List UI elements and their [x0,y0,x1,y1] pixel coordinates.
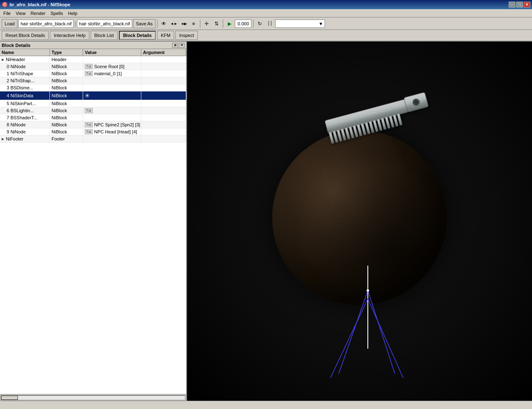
row-name-nifooter: ▶ NiFooter [0,136,50,142]
maximize-button[interactable]: □ [516,2,523,7]
status-bar [0,401,532,409]
table-row[interactable]: 1 NiTriShape NiBlock Txt material_0 [1] [0,70,186,77]
minimize-button[interactable]: ─ [509,2,515,7]
row-arg-bslightin6 [141,107,186,114]
view-left-button[interactable]: ◄▶ [179,19,188,28]
block-details-header: Block Details ⧈ ✕ [0,42,186,49]
row-value-nitrishape1: Txt material_0 [1] [83,70,141,77]
inspect-button[interactable]: Inspect [175,31,197,40]
menu-bar: File View Render Spells Help [0,9,532,17]
file-path-1[interactable]: hair slot\br_afro_black.nif [18,20,74,28]
row-type-nitrishape1: NiBlock [50,70,83,77]
row-type-niskinpart5: NiBlock [50,100,83,107]
row-type-nitrishape2: NiBlock [50,77,83,84]
viewport[interactable] [187,42,532,401]
time-display: 0.000 [235,20,251,28]
row-name-niskindata4: 4 NiSkinData [0,91,50,100]
col-name: Name [0,49,50,56]
table-row[interactable]: ▶ NiHeader Header [0,56,186,63]
file-path-2[interactable]: hair slot\br_afro_black.nif [77,20,132,28]
table-row[interactable]: 0 NiNode NiBlock Txt Scene Root [0] [0,63,186,70]
block-list-button[interactable]: Block List [91,31,118,40]
row-arg-bsdisme3 [141,84,186,91]
txt-badge: Txt [85,108,93,113]
scrollbar-track[interactable] [1,395,185,400]
sep2 [200,20,200,28]
close-button[interactable]: ✕ [524,2,530,7]
row-name-ninode9: 9 NiNode [0,128,50,135]
interactive-help-button[interactable]: Interactive Help [50,31,89,40]
panel-controls[interactable]: ⧈ ✕ [172,43,185,48]
play-icon: ▶ [228,21,232,27]
content-area: Block Details ⧈ ✕ Name Type Value Argume… [0,42,532,401]
table-row[interactable]: 6 BSLightin... NiBlock Txt [0,107,186,114]
kfm-button[interactable]: KFM [157,31,174,40]
row-value-ninode8: Txt NPC Spine2 [Spn2] [3] [83,121,141,128]
row-arg-nifooter [141,136,186,142]
table-row[interactable]: 2 NiTriShap... NiBlock [0,77,186,84]
play-button[interactable]: ▶ [225,19,234,28]
row-value-bslightin6: Txt [83,107,141,114]
block-table[interactable]: Name Type Value Argument ▶ NiHeader Head… [0,49,186,394]
row-arg-niheader [141,56,186,63]
panel-restore-button[interactable]: ⧈ [172,43,178,48]
menu-view[interactable]: View [13,10,28,17]
table-row[interactable]: 7 BSShaderT... NiBlock [0,114,186,121]
expand-arrow-icon[interactable]: ▶ [2,58,4,62]
row-name-bslightin6: 6 BSLightin... [0,107,50,114]
app-icon: 🎯 [2,2,8,7]
row-type-niheader: Header [50,56,83,63]
render-dropdown[interactable]: ▼ [275,20,325,28]
view-back-button[interactable]: ◄► [169,19,178,28]
main-toolbar: Reset Block Details Interactive Help Blo… [0,30,532,42]
row-arg-bsshadert7 [141,114,186,121]
save-as-button[interactable]: Save As [133,19,155,28]
view-front-button[interactable]: 👁 [159,19,168,28]
scrollbar-thumb[interactable] [1,396,18,400]
table-row[interactable]: ▶ NiFooter Footer [0,136,186,143]
txt-badge: Txt [85,122,93,127]
table-row[interactable]: 3 BSDisme... NiBlock [0,84,186,91]
row-value-nitrishape2 [83,77,141,84]
horizontal-scrollbar[interactable] [0,394,186,401]
row-name-niskinpart5: 5 NiSkinPart... [0,100,50,107]
row-type-ninode8: NiBlock [50,121,83,128]
title-bar-controls[interactable]: ─ □ ✕ [509,2,530,7]
menu-spells[interactable]: Spells [48,10,65,17]
menu-file[interactable]: File [1,10,13,17]
timeline-button[interactable]: ⏐⏐ [265,19,274,28]
rotate-button[interactable]: ⇅ [212,19,221,28]
row-name-niheader: ▶ NiHeader [0,56,50,63]
block-details-btn[interactable]: Block Details [119,31,156,40]
title-bar: 🎯 br_afro_black.nif - NifSkope ─ □ ✕ [0,0,532,9]
col-value: Value [83,49,141,56]
row-type-nifooter: Footer [50,136,83,142]
sep3 [223,20,223,28]
menu-render[interactable]: Render [28,10,48,17]
table-row[interactable]: 8 NiNode NiBlock Txt NPC Spine2 [Spn2] [… [0,121,186,128]
row-arg-nitrishape2 [141,77,186,84]
sep1 [157,20,158,28]
expand-arrow-icon[interactable]: ▶ [2,137,4,141]
row-arg-ninode9 [141,128,186,135]
row-value-nifooter [83,136,141,142]
menu-help[interactable]: Help [65,10,80,17]
move-icon: ✛ [204,21,209,27]
svg-line-26 [330,299,368,378]
table-row[interactable]: 5 NiSkinPart... NiBlock [0,100,186,107]
row-value-ninode9: Txt NPC Head [Head] [4] [83,128,141,135]
reset-block-details-button[interactable]: Reset Block Details [2,31,49,40]
view-back-icon: ◄► [170,22,177,26]
row-value-niheader [83,56,141,63]
table-row[interactable]: 9 NiNode NiBlock Txt NPC Head [Head] [4] [0,128,186,136]
rotate-icon: ⇅ [214,21,219,27]
txt-badge: Txt [85,71,93,76]
move-button[interactable]: ✛ [202,19,211,28]
panel-close-button[interactable]: ✕ [179,43,185,48]
view-right-button[interactable]: ⊕ [189,19,198,28]
dropdown-arrow-icon: ▼ [318,21,323,26]
load-button[interactable]: Load [2,19,17,28]
table-row[interactable]: 4 NiSkinData NiBlock ✳ [0,91,186,100]
loop-button[interactable]: ↻ [255,19,264,28]
view-front-icon: 👁 [161,21,166,27]
